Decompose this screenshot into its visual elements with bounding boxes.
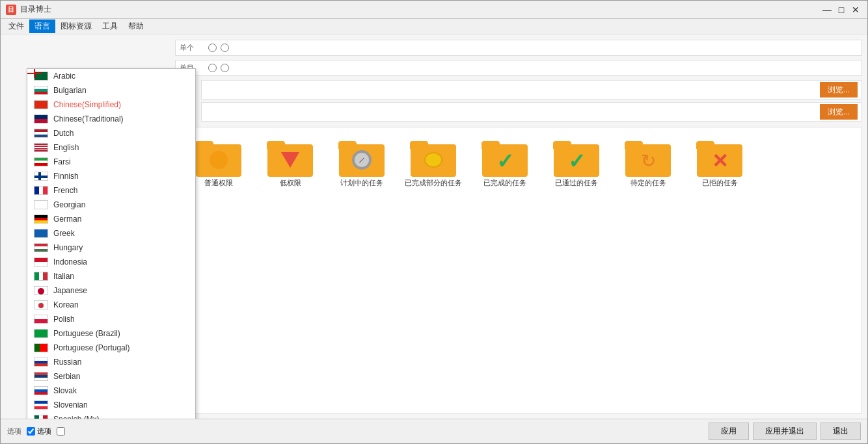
path2-input[interactable] — [206, 107, 816, 116]
close-button[interactable]: ✕ — [849, 3, 862, 16]
folder-item-planned[interactable]: 计划中的任务 — [329, 138, 394, 187]
red-arrow-icon — [281, 152, 299, 168]
flag-serbian — [34, 372, 48, 381]
checkbox1-text: 选项 — [37, 426, 51, 436]
folder-item-passed[interactable]: ✓ 已通过的任务 — [544, 138, 609, 187]
language-serbian[interactable]: Serbian — [27, 369, 195, 384]
red-x-icon: ✕ — [712, 151, 728, 171]
menu-item-file[interactable]: 文件 — [3, 20, 29, 33]
flag-russian — [34, 358, 48, 367]
flag-german — [34, 215, 48, 224]
clock-icon — [352, 150, 372, 170]
flag-georgian — [34, 200, 48, 209]
folder-item-low[interactable]: 低权限 — [258, 138, 323, 187]
menu-item-icon-resources[interactable]: 图标资源 — [55, 20, 97, 33]
apply-exit-button[interactable]: 应用并退出 — [753, 423, 817, 440]
folder-item-completed[interactable]: ✓ 已完成的任务 — [472, 138, 537, 187]
options-label: 选项 — [7, 426, 21, 436]
flag-greek — [34, 229, 48, 238]
folder-item-pending[interactable]: ↻ 待定的任务 — [616, 138, 681, 187]
flag-hungary — [34, 243, 48, 252]
language-chinese-traditional[interactable]: Chinese(Traditional) — [27, 112, 195, 126]
language-portuguese-brazil[interactable]: Portuguese (Brazil) — [27, 326, 195, 341]
exit-button[interactable]: 退出 — [821, 423, 861, 440]
flag-slovak — [34, 386, 48, 395]
flag-bulgarian — [34, 86, 48, 95]
folder-label-passed: 已通过的任务 — [555, 178, 598, 187]
browse-button-2[interactable]: 浏览... — [820, 104, 858, 120]
language-dutch[interactable]: Dutch — [27, 126, 195, 140]
language-french[interactable]: French — [27, 183, 195, 198]
flag-japanese — [34, 286, 48, 295]
language-italian[interactable]: Italian — [27, 269, 195, 283]
folder-label-normal: 普通权限 — [204, 178, 233, 187]
language-finnish[interactable]: Finnish — [27, 169, 195, 183]
flag-portuguese-brazil — [34, 329, 48, 338]
folder-icon-normal — [195, 138, 242, 177]
folder-label-cancelled: 已拒的任务 — [702, 178, 738, 187]
language-arabic[interactable]: Arabic — [27, 69, 195, 83]
folder-label-low: 低权限 — [280, 178, 301, 187]
row2-radio-group — [208, 64, 229, 72]
folder-icon-partial — [410, 138, 457, 177]
folder-item-normal[interactable]: 普通权限 — [186, 138, 251, 187]
language-slovak[interactable]: Slovak — [27, 384, 195, 398]
menu-item-help[interactable]: 帮助 — [123, 20, 149, 33]
minimize-button[interactable]: — — [821, 3, 834, 16]
folder-icon-passed: ✓ — [553, 138, 600, 177]
language-russian[interactable]: Russian — [27, 355, 195, 369]
language-german[interactable]: German — [27, 212, 195, 226]
language-georgian[interactable]: Georgian — [27, 198, 195, 212]
language-greek[interactable]: Greek — [27, 226, 195, 241]
title-bar-left: 目 目录博士 — [6, 4, 51, 15]
bottom-bar: 选项 选项 应用 应用并退出 退出 — [1, 419, 867, 443]
language-farsi[interactable]: Farsi — [27, 155, 195, 169]
flag-korean — [34, 300, 48, 309]
folder-icon-low — [267, 138, 314, 177]
browse-button-1[interactable]: 浏览... — [820, 82, 858, 98]
row1-radio1[interactable] — [208, 44, 217, 52]
folder-label-row: 目录 浏览... — [175, 80, 862, 99]
folder-item-partial[interactable]: 已完成部分的任务 — [401, 138, 466, 187]
path-input[interactable] — [206, 85, 816, 94]
flag-portuguese-portugal — [34, 343, 48, 352]
row2-radio1[interactable] — [208, 64, 217, 72]
language-japanese[interactable]: Japanese — [27, 283, 195, 298]
maximize-button[interactable]: □ — [835, 3, 848, 16]
checkbox2[interactable] — [57, 427, 65, 436]
green-check-icon: ✓ — [496, 151, 514, 172]
language-korean[interactable]: Korean — [27, 298, 195, 312]
language-slovenian[interactable]: Slovenian — [27, 398, 195, 412]
folder-label-pending: 待定的任务 — [631, 178, 666, 187]
menu-item-tools[interactable]: 工具 — [97, 20, 123, 33]
folder-section: 普通权限 低权限 — [175, 127, 862, 413]
language-spanish-mx[interactable]: Spanish (Mx) — [27, 412, 195, 419]
flag-polish — [34, 315, 48, 324]
flag-finnish — [34, 172, 48, 181]
flag-chinese-traditional — [34, 114, 48, 124]
language-polish[interactable]: Polish — [27, 312, 195, 326]
row1-radio2[interactable] — [221, 44, 229, 52]
flag-chinese-simplified — [34, 100, 48, 109]
language-hungary[interactable]: Hungary — [27, 241, 195, 255]
flag-farsi — [34, 157, 48, 166]
language-indonesia[interactable]: Indonesia — [27, 255, 195, 269]
menu-bar: 文件 语言 图标资源 工具 帮助 — [1, 19, 867, 34]
flag-dutch — [34, 129, 48, 138]
path-input-group: 浏览... — [201, 80, 862, 99]
language-chinese-simplified[interactable]: Chinese(Simplified) — [27, 98, 195, 112]
folder-item-cancelled[interactable]: ✕ 已拒的任务 — [687, 138, 752, 187]
folder-label-partial: 已完成部分的任务 — [405, 178, 462, 187]
language-portuguese-portugal[interactable]: Portuguese (Portugal) — [27, 341, 195, 355]
menu-item-language[interactable]: 语言 — [29, 20, 55, 33]
language-bulgarian[interactable]: Bulgarian — [27, 83, 195, 98]
apply-button[interactable]: 应用 — [709, 423, 749, 440]
orange-circle-icon — [210, 151, 228, 169]
language-english[interactable]: English — [27, 140, 195, 155]
action-buttons: 应用 应用并退出 退出 — [709, 423, 861, 440]
row2-radio2[interactable] — [221, 64, 229, 72]
flag-french — [34, 186, 48, 195]
flag-slovenian — [34, 400, 48, 410]
coin-icon — [424, 152, 442, 168]
checkbox1[interactable] — [27, 427, 35, 436]
